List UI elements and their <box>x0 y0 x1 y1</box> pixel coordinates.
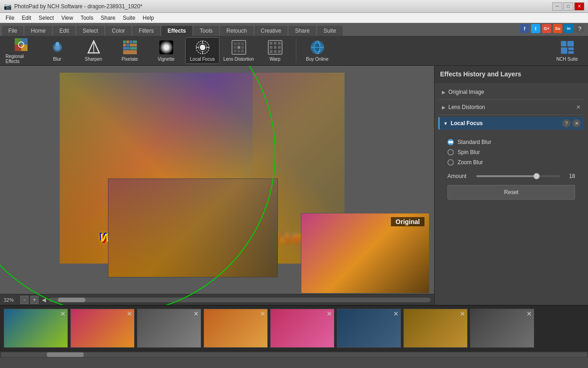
thumb-close-5[interactable]: ✕ <box>327 310 332 317</box>
panel-header: Effects History and Layers <box>435 66 588 83</box>
radio-zoom-blur[interactable]: Zoom Blur <box>447 159 575 166</box>
tool-lens-distortion[interactable]: Lens Distortion <box>221 37 256 64</box>
tool-local-focus-label: Local Focus <box>190 57 215 62</box>
tab-edit[interactable]: Edit <box>53 26 75 36</box>
nch-suite-icon <box>560 40 575 55</box>
social-linkedin[interactable]: in <box>564 24 573 33</box>
zoom-in-button[interactable]: + <box>30 296 39 304</box>
history-item-original[interactable]: ▶ Original Image <box>438 86 584 98</box>
tool-buy-online-label: Buy Online <box>306 57 328 62</box>
tab-retouch[interactable]: Retouch <box>220 26 254 36</box>
tool-blur[interactable]: Blur <box>40 37 74 64</box>
history-item-local-focus[interactable]: ▼ Local Focus ? ✕ <box>438 117 584 130</box>
menu-file[interactable]: File <box>2 14 18 22</box>
radio-circle-zoom <box>447 159 454 166</box>
amount-slider-thumb[interactable] <box>533 173 540 179</box>
thumb-close-4[interactable]: ✕ <box>260 310 266 317</box>
menu-help[interactable]: Help <box>139 14 158 22</box>
thumbnail-1[interactable]: ✕ <box>4 309 68 348</box>
tool-local-focus[interactable]: Local Focus <box>185 37 220 64</box>
buy-online-icon <box>310 40 325 55</box>
svg-rect-10 <box>123 40 126 43</box>
zoom-out-button[interactable]: - <box>20 296 28 304</box>
scroll-thumb[interactable] <box>58 298 85 302</box>
minimize-button[interactable]: ─ <box>552 2 562 11</box>
local-focus-icon <box>195 40 210 55</box>
tool-warp-label: Warp <box>270 57 281 62</box>
svg-rect-46 <box>274 50 277 53</box>
tab-color[interactable]: Color <box>105 26 131 36</box>
tab-file[interactable]: File <box>2 26 23 36</box>
social-stumble[interactable]: Su <box>553 24 562 33</box>
radio-standard-blur[interactable]: Standard Blur <box>447 139 575 145</box>
menu-view[interactable]: View <box>57 14 77 22</box>
svg-rect-54 <box>561 47 567 54</box>
amount-slider-track[interactable] <box>476 175 560 177</box>
tab-tools[interactable]: Tools <box>193 26 219 36</box>
menu-select[interactable]: Select <box>35 14 57 22</box>
social-twitter[interactable]: t <box>531 24 540 33</box>
tab-share[interactable]: Share <box>288 26 316 36</box>
thumb-close-3[interactable]: ✕ <box>193 310 199 317</box>
thumbnail-4[interactable]: ✕ <box>204 309 268 348</box>
svg-rect-32 <box>234 46 237 49</box>
scroll-left-button[interactable]: ◀ <box>40 294 47 305</box>
history-item-lens[interactable]: ▶ Lens Distortion ✕ <box>438 102 584 113</box>
zoom-level: 32% <box>4 297 18 303</box>
thumbnail-8[interactable]: ✕ <box>470 309 534 348</box>
radio-spin-blur[interactable]: Spin Blur <box>447 149 575 155</box>
h-scroll-thumb[interactable] <box>47 352 84 357</box>
svg-rect-47 <box>278 50 281 53</box>
thumbnails-strip: ✕ ✕ ✕ ✕ ✕ ✕ ✕ ✕ <box>0 305 588 351</box>
svg-rect-34 <box>241 46 244 49</box>
tool-blur-label: Blur <box>53 57 62 62</box>
tool-buy-online[interactable]: Buy Online <box>300 37 334 64</box>
tab-home[interactable]: Home <box>24 26 52 36</box>
tool-pixelate[interactable]: Pixelate <box>113 37 147 64</box>
social-facebook[interactable]: f <box>520 24 529 33</box>
help-button[interactable]: ? <box>575 24 584 33</box>
panel-content: ▶ Original Image ▶ Lens Distortion ✕ ▼ L… <box>435 83 588 305</box>
tool-nch-suite[interactable]: NCH Suite <box>550 37 584 64</box>
thumb-close-1[interactable]: ✕ <box>60 310 66 317</box>
thumbnail-6[interactable]: ✕ <box>337 309 401 348</box>
svg-rect-31 <box>241 42 244 45</box>
history-label-local-focus: Local Focus <box>451 120 560 126</box>
thumb-close-7[interactable]: ✕ <box>460 310 465 317</box>
secondary-image[interactable] <box>108 178 278 277</box>
menu-share[interactable]: Share <box>97 14 119 22</box>
amount-slider-fill <box>476 175 537 177</box>
maximize-button[interactable]: □ <box>563 2 573 11</box>
close-button[interactable]: ✕ <box>574 2 584 11</box>
thumbnail-3[interactable]: ✕ <box>137 309 201 348</box>
radio-circle-standard <box>447 139 454 145</box>
tool-vignette[interactable]: Vignette <box>149 37 183 64</box>
tab-creative[interactable]: Creative <box>254 26 288 36</box>
thumb-close-6[interactable]: ✕ <box>393 310 399 317</box>
local-focus-help-button[interactable]: ? <box>562 119 571 127</box>
menu-suite[interactable]: Suite <box>119 14 139 22</box>
thumbnail-5[interactable]: ✕ <box>270 309 334 348</box>
thumbnail-2[interactable]: ✕ <box>70 309 135 348</box>
local-focus-close-button[interactable]: ✕ <box>572 119 581 127</box>
tool-warp[interactable]: Warp <box>258 37 292 64</box>
thumb-close-2[interactable]: ✕ <box>127 310 132 317</box>
menu-edit[interactable]: Edit <box>18 14 35 22</box>
tab-effects[interactable]: Effects <box>161 26 192 36</box>
thumbnail-7[interactable]: ✕ <box>403 309 468 348</box>
regional-effects-icon <box>14 37 28 52</box>
blur-type-group: Standard Blur Spin Blur Zoom Blur <box>447 139 575 166</box>
reset-button[interactable]: Reset <box>447 185 575 200</box>
tab-suite[interactable]: Suite <box>317 26 342 36</box>
tab-select[interactable]: Select <box>76 26 104 36</box>
svg-rect-20 <box>159 40 173 54</box>
tool-sharpen[interactable]: Sharpen <box>76 37 111 64</box>
lens-close-button[interactable]: ✕ <box>576 104 581 110</box>
tool-regional-effects[interactable]: Regional Effects <box>4 37 38 64</box>
menu-tools[interactable]: Tools <box>77 14 97 22</box>
tab-filters[interactable]: Filters <box>132 26 160 36</box>
h-scroll-track[interactable] <box>1 352 587 357</box>
svg-rect-52 <box>561 41 566 46</box>
thumb-close-8[interactable]: ✕ <box>526 310 532 317</box>
social-googleplus[interactable]: G+ <box>542 24 551 33</box>
